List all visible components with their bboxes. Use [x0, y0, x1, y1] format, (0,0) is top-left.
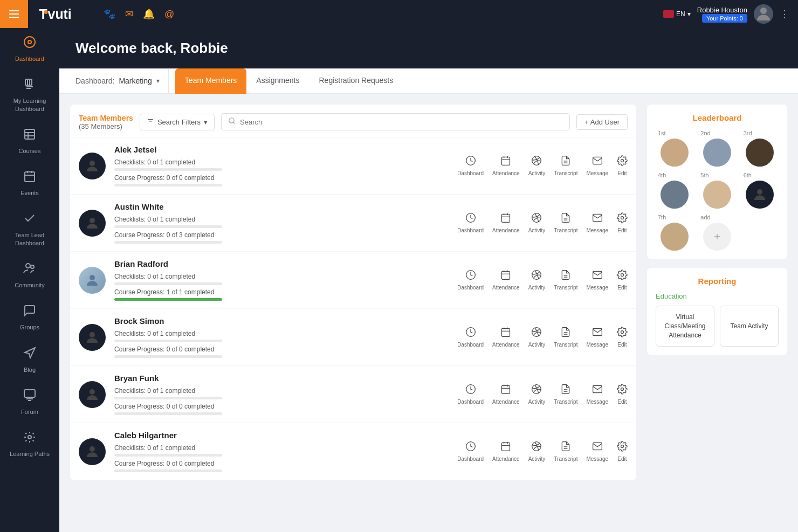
filter-chevron-icon: ▾: [204, 118, 208, 126]
tab-registration-requests[interactable]: Registration Requests: [309, 68, 403, 94]
member-name: Alek Jetsel: [114, 145, 222, 154]
action-transcript[interactable]: Transcript: [554, 327, 577, 348]
sidebar-item-dashboard[interactable]: Dashboard: [0, 28, 59, 70]
sidebar-item-blog[interactable]: Blog: [0, 339, 59, 381]
svg-point-58: [621, 274, 624, 277]
message-label: Message: [586, 456, 608, 462]
attendance-icon: [500, 384, 511, 397]
leaderboard-rank-7: 7th: [656, 214, 693, 251]
action-edit[interactable]: Edit: [617, 327, 628, 348]
action-activity[interactable]: Activity: [528, 384, 546, 405]
action-activity[interactable]: Activity: [528, 212, 546, 233]
action-attendance[interactable]: Attendance: [492, 327, 520, 348]
sidebar-item-learning-paths[interactable]: Learning Paths: [0, 423, 59, 465]
community-icon: [23, 262, 36, 278]
action-transcript[interactable]: Transcript: [554, 384, 577, 405]
mail-icon[interactable]: ✉: [125, 8, 133, 20]
hamburger-button[interactable]: [0, 0, 28, 28]
action-message[interactable]: Message: [586, 212, 608, 233]
svg-point-91: [712, 143, 723, 154]
more-options-icon[interactable]: ⋮: [780, 8, 789, 20]
member-checklist: Checklists: 0 of 1 completed: [114, 273, 222, 280]
hamburger-icon: [9, 10, 19, 18]
attendance-label: Attendance: [492, 399, 520, 405]
action-transcript[interactable]: Transcript: [554, 270, 577, 291]
action-activity[interactable]: Activity: [528, 270, 546, 291]
svg-point-23: [28, 436, 31, 439]
action-attendance[interactable]: Attendance: [492, 212, 520, 233]
member-info: Alek JetselChecklists: 0 of 1 completedC…: [114, 145, 222, 186]
bell-icon[interactable]: 🔔: [143, 8, 155, 20]
action-message[interactable]: Message: [586, 441, 608, 462]
dashboard-select[interactable]: Dashboard: Marketing ▾: [75, 69, 169, 93]
sidebar-item-events[interactable]: Events: [0, 162, 59, 204]
sidebar-item-team-lead[interactable]: Team Lead Dashboard: [0, 204, 59, 254]
mention-icon[interactable]: @: [164, 9, 174, 20]
transcript-label: Transcript: [554, 456, 577, 462]
language-label: EN: [676, 10, 685, 18]
leaderboard-rank-2: 2nd: [698, 130, 735, 167]
action-message[interactable]: Message: [586, 155, 608, 176]
filter-button[interactable]: Search Filters ▾: [140, 114, 215, 130]
user-avatar[interactable]: [754, 4, 773, 24]
action-message[interactable]: Message: [586, 327, 608, 348]
search-box[interactable]: [221, 113, 570, 130]
action-attendance[interactable]: Attendance: [492, 270, 520, 291]
add-user-button[interactable]: + Add User: [576, 114, 628, 130]
action-edit[interactable]: Edit: [617, 155, 628, 176]
action-message[interactable]: Message: [586, 270, 608, 291]
sidebar-item-community[interactable]: Community: [0, 254, 59, 296]
member-info: Bryan FunkChecklists: 0 of 1 completedCo…: [114, 374, 222, 415]
svg-point-93: [754, 143, 765, 154]
blog-icon: [23, 347, 36, 363]
language-selector[interactable]: EN ▾: [663, 10, 691, 18]
action-transcript[interactable]: Transcript: [554, 155, 577, 176]
svg-point-38: [621, 160, 624, 162]
dashboard-value: Marketing: [119, 77, 152, 85]
course-progress-bar: [114, 355, 222, 358]
welcome-bar: Welcome back, Robbie: [59, 28, 798, 68]
action-dashboard[interactable]: Dashboard: [457, 327, 484, 348]
action-dashboard[interactable]: Dashboard: [457, 155, 484, 176]
edit-label: Edit: [617, 456, 627, 462]
action-attendance[interactable]: Attendance: [492, 384, 520, 405]
leaderboard-add-button[interactable]: +: [703, 223, 731, 251]
message-icon: [592, 212, 603, 226]
member-checklist: Checklists: 0 of 1 completed: [114, 158, 222, 166]
events-icon: [23, 170, 36, 186]
action-activity[interactable]: Activity: [528, 155, 546, 176]
action-transcript[interactable]: Transcript: [554, 212, 577, 233]
member-avatar: [79, 153, 106, 179]
action-dashboard[interactable]: Dashboard: [457, 384, 484, 405]
attendance-label: Attendance: [492, 227, 520, 233]
sidebar-item-courses[interactable]: Courses: [0, 120, 59, 162]
edit-icon: [617, 270, 628, 283]
team-activity-button[interactable]: Team Activity: [720, 306, 779, 347]
member-name: Brian Radford: [114, 259, 222, 268]
action-dashboard[interactable]: Dashboard: [457, 212, 484, 233]
sidebar-item-my-learning[interactable]: My Learning Dashboard: [0, 70, 59, 120]
virtual-class-button[interactable]: Virtual Class/Meeting Attendance: [656, 306, 714, 347]
action-activity[interactable]: Activity: [528, 327, 546, 348]
action-attendance[interactable]: Attendance: [492, 155, 520, 176]
action-transcript[interactable]: Transcript: [554, 441, 577, 462]
paw-icon[interactable]: 🐾: [104, 8, 115, 20]
leaderboard-rank-3: 3rd: [741, 130, 779, 167]
action-message[interactable]: Message: [586, 384, 608, 405]
sidebar-item-groups[interactable]: Groups: [0, 296, 59, 338]
action-edit[interactable]: Edit: [617, 384, 628, 405]
activity-label: Activity: [528, 285, 546, 291]
action-attendance[interactable]: Attendance: [492, 441, 520, 462]
sidebar-item-forum[interactable]: Forum: [0, 381, 59, 423]
action-edit[interactable]: Edit: [617, 270, 628, 291]
action-edit[interactable]: Edit: [617, 212, 628, 233]
rank-label: add: [698, 214, 710, 220]
member-checklist: Checklists: 0 of 1 completed: [114, 387, 222, 395]
search-input[interactable]: [240, 118, 563, 126]
action-edit[interactable]: Edit: [617, 441, 628, 462]
action-dashboard[interactable]: Dashboard: [457, 441, 484, 462]
action-dashboard[interactable]: Dashboard: [457, 270, 484, 291]
tab-team-members[interactable]: Team Members: [175, 68, 246, 94]
action-activity[interactable]: Activity: [528, 441, 546, 462]
tab-assignments[interactable]: Assignments: [246, 68, 309, 94]
